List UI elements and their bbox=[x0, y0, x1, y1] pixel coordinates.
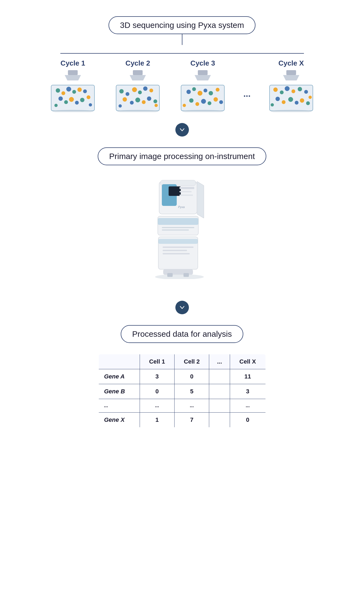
svg-point-47 bbox=[201, 99, 206, 104]
svg-rect-82 bbox=[162, 227, 194, 228]
table-header-empty bbox=[99, 354, 140, 369]
svg-point-9 bbox=[58, 96, 63, 101]
svg-rect-36 bbox=[198, 70, 208, 75]
cycle-3: Cycle 3 bbox=[178, 59, 227, 112]
cycle-2: Cycle 2 bbox=[113, 59, 162, 112]
svg-point-5 bbox=[66, 87, 71, 92]
svg-point-57 bbox=[280, 90, 284, 94]
cycle-x-illustration bbox=[267, 70, 316, 112]
gene-a-c1: 3 bbox=[140, 369, 174, 384]
svg-point-56 bbox=[273, 88, 278, 92]
gene-b-cx: 3 bbox=[230, 384, 265, 399]
svg-rect-79 bbox=[179, 195, 193, 196]
svg-point-46 bbox=[195, 102, 199, 106]
table-row: Gene X 1 7 0 bbox=[99, 413, 266, 428]
svg-rect-77 bbox=[179, 187, 194, 189]
svg-point-61 bbox=[304, 90, 308, 94]
processed-label: Processed data for analysis bbox=[121, 325, 243, 343]
svg-point-67 bbox=[306, 101, 310, 105]
svg-rect-53 bbox=[286, 70, 296, 75]
svg-point-50 bbox=[219, 100, 223, 104]
gene-b-c2: 5 bbox=[175, 384, 209, 399]
svg-point-41 bbox=[198, 91, 202, 96]
top-label: 3D sequencing using Pyxa system bbox=[109, 16, 255, 34]
svg-marker-95 bbox=[197, 182, 204, 218]
cycle-2-illustration bbox=[113, 70, 162, 112]
table-header-cellx: Cell X bbox=[230, 354, 265, 369]
svg-point-16 bbox=[89, 103, 92, 106]
svg-point-63 bbox=[282, 100, 286, 104]
table-row: Gene A 3 0 11 bbox=[99, 369, 266, 384]
svg-point-49 bbox=[214, 97, 218, 102]
cycle-x: Cycle X bbox=[267, 59, 316, 112]
pyxa-machine-illustration: Pyxa bbox=[147, 176, 217, 279]
svg-point-28 bbox=[130, 101, 134, 105]
svg-point-26 bbox=[149, 89, 153, 92]
svg-point-27 bbox=[123, 97, 127, 102]
svg-point-15 bbox=[54, 104, 58, 107]
svg-point-48 bbox=[208, 101, 211, 105]
svg-rect-85 bbox=[158, 239, 198, 244]
svg-rect-75 bbox=[169, 186, 181, 196]
svg-rect-90 bbox=[167, 273, 173, 277]
svg-point-14 bbox=[87, 95, 90, 99]
gene-dots-c1: ... bbox=[140, 399, 174, 413]
svg-rect-83 bbox=[162, 229, 189, 231]
svg-point-11 bbox=[69, 97, 74, 102]
cycle-x-label: Cycle X bbox=[278, 59, 304, 67]
cycle-1-label: Cycle 1 bbox=[61, 59, 85, 67]
gene-x-c2: 7 bbox=[175, 413, 209, 428]
svg-marker-54 bbox=[283, 75, 299, 80]
svg-point-65 bbox=[295, 101, 299, 105]
gene-a-label: Gene A bbox=[99, 369, 140, 384]
cycle-2-label: Cycle 2 bbox=[126, 59, 150, 67]
cycle-1: Cycle 1 bbox=[48, 59, 97, 112]
svg-point-3 bbox=[56, 88, 60, 93]
svg-point-45 bbox=[189, 98, 194, 103]
cycle-1-illustration bbox=[48, 70, 97, 112]
svg-rect-86 bbox=[163, 247, 194, 248]
cycles-row: Cycle 1 Cycle 2 bbox=[11, 59, 353, 112]
gene-dots-label: ... bbox=[99, 399, 140, 413]
svg-point-42 bbox=[204, 89, 207, 92]
svg-point-7 bbox=[77, 88, 82, 92]
svg-marker-19 bbox=[130, 75, 146, 80]
svg-point-8 bbox=[83, 89, 87, 93]
chevron-down-2 bbox=[175, 301, 189, 314]
cycle-3-illustration bbox=[178, 70, 227, 112]
svg-point-39 bbox=[186, 90, 191, 94]
horizontal-divider bbox=[60, 53, 304, 54]
svg-rect-81 bbox=[158, 218, 198, 225]
svg-point-43 bbox=[209, 91, 213, 95]
svg-point-24 bbox=[138, 90, 142, 94]
svg-point-68 bbox=[271, 103, 274, 106]
gene-expression-table: Cell 1 Cell 2 ... Cell X Gene A 3 0 11 G… bbox=[98, 354, 266, 428]
gene-dots-cx: ... bbox=[230, 399, 265, 413]
svg-point-22 bbox=[126, 92, 129, 96]
gene-a-c2: 0 bbox=[175, 369, 209, 384]
svg-point-60 bbox=[298, 87, 302, 91]
svg-point-30 bbox=[142, 100, 146, 104]
gene-b-c1: 0 bbox=[140, 384, 174, 399]
svg-point-66 bbox=[300, 98, 304, 103]
svg-point-13 bbox=[80, 98, 84, 102]
svg-point-69 bbox=[309, 96, 312, 99]
table-header-cell2: Cell 2 bbox=[175, 354, 209, 369]
svg-rect-87 bbox=[163, 250, 187, 251]
svg-point-33 bbox=[119, 104, 122, 108]
svg-rect-0 bbox=[68, 70, 78, 75]
gene-b-label: Gene B bbox=[99, 384, 140, 399]
svg-point-6 bbox=[72, 90, 76, 94]
svg-marker-1 bbox=[65, 75, 81, 80]
gene-x-dots bbox=[209, 413, 230, 428]
gene-b-dots bbox=[209, 384, 230, 399]
svg-point-31 bbox=[147, 96, 151, 101]
gene-a-cx: 11 bbox=[230, 369, 265, 384]
svg-point-40 bbox=[192, 87, 196, 91]
svg-point-59 bbox=[291, 89, 295, 93]
svg-point-64 bbox=[288, 97, 293, 102]
svg-point-34 bbox=[155, 104, 158, 107]
table-header-dots: ... bbox=[209, 354, 230, 369]
svg-point-4 bbox=[61, 91, 65, 95]
svg-point-62 bbox=[276, 97, 280, 101]
